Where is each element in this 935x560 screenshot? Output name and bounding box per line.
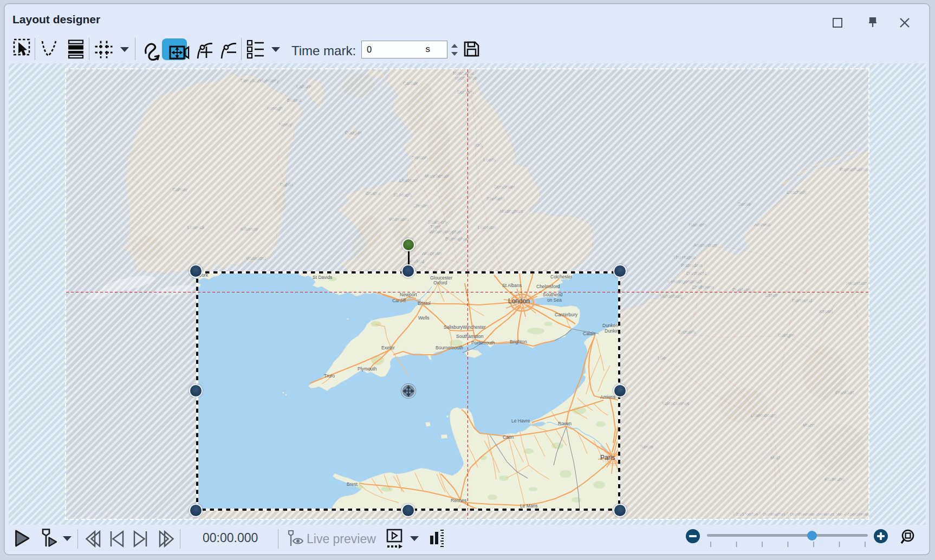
svg-text:Le Mans: Le Mans — [520, 503, 538, 509]
svg-text:Plymouth: Plymouth — [358, 366, 377, 372]
svg-text:Salisbury: Salisbury — [444, 324, 463, 330]
svg-text:Winchester: Winchester — [463, 324, 486, 330]
svg-text:Oxford: Oxford — [433, 280, 447, 285]
svg-text:Dunkirk: Dunkirk — [605, 328, 620, 334]
svg-text:on Sea: on Sea — [547, 297, 562, 303]
svg-text:Southend: Southend — [543, 292, 563, 297]
svg-text:Southampton: Southampton — [456, 334, 484, 339]
svg-text:Chelmsford: Chelmsford — [536, 284, 560, 289]
svg-text:Bristol: Bristol — [418, 301, 431, 306]
svg-text:Exeter: Exeter — [381, 345, 395, 350]
svg-text:Wells: Wells — [418, 315, 430, 321]
svg-text:Newport: Newport — [400, 292, 417, 297]
svg-text:Truro: Truro — [324, 373, 335, 379]
svg-text:St Davids: St Davids — [313, 275, 332, 280]
svg-text:Rennes: Rennes — [451, 498, 466, 503]
svg-text:London: London — [508, 297, 530, 305]
svg-text:Cardiff: Cardiff — [392, 298, 406, 303]
svg-text:Bournemouth: Bournemouth — [436, 345, 463, 350]
svg-text:Calais: Calais — [583, 331, 596, 336]
svg-text:Amiens: Amiens — [600, 394, 615, 400]
svg-text:Brest: Brest — [347, 481, 358, 487]
svg-text:Portsmouth: Portsmouth — [471, 340, 495, 346]
svg-text:Caen: Caen — [503, 434, 514, 440]
svg-text:Dunkerqu: Dunkerqu — [602, 323, 620, 328]
svg-text:Rouen: Rouen — [558, 421, 572, 426]
svg-text:Canterbury: Canterbury — [555, 312, 578, 317]
svg-text:Paris: Paris — [600, 454, 615, 461]
svg-text:Le Havre: Le Havre — [511, 418, 530, 424]
svg-text:Brighton: Brighton — [510, 339, 527, 344]
svg-text:St Albans: St Albans — [502, 283, 522, 288]
svg-text:Colchester: Colchester — [550, 274, 573, 279]
